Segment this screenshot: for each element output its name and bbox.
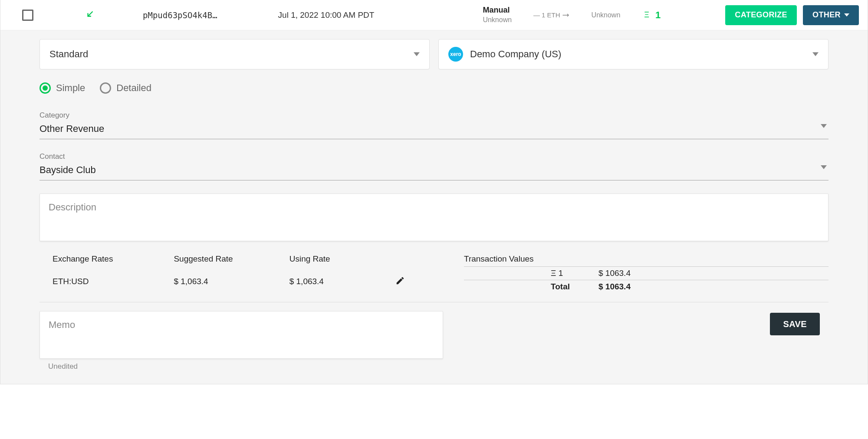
company-select[interactable]: xero Demo Company (US) xyxy=(438,39,829,69)
chevron-down-icon xyxy=(821,165,827,169)
transaction-row: pMpud63pSO4k4B… Jul 1, 2022 10:00 AM PDT… xyxy=(0,0,868,30)
suggested-rate: $ 1,063.4 xyxy=(174,277,233,286)
template-select[interactable]: Standard xyxy=(39,39,430,69)
select-checkbox[interactable] xyxy=(22,10,33,21)
incoming-arrow-icon xyxy=(85,9,95,21)
template-value: Standard xyxy=(49,49,88,60)
category-field[interactable]: Category Other Revenue xyxy=(39,111,829,139)
exchange-rates-header: Exchange Rates xyxy=(53,254,113,264)
using-rate: $ 1,063.4 xyxy=(289,277,330,286)
transaction-edit-page: pMpud63pSO4k4B… Jul 1, 2022 10:00 AM PDT… xyxy=(0,0,868,384)
amount-value: 1 xyxy=(655,10,661,21)
xero-logo-icon: xero xyxy=(448,47,463,62)
divider xyxy=(39,302,829,302)
transfer-amount: — 1 ETH xyxy=(533,11,570,19)
eth-symbol-icon: Ξ xyxy=(644,10,649,20)
transaction-date: Jul 1, 2022 10:00 AM PDT xyxy=(278,10,375,20)
radio-simple[interactable]: Simple xyxy=(39,82,85,94)
counterparty: Unknown xyxy=(592,11,621,19)
unedited-label: Unedited xyxy=(48,362,859,371)
txvalue-total-value: $ 1063.4 xyxy=(598,282,829,292)
contact-value: Bayside Club xyxy=(39,164,96,175)
company-value: Demo Company (US) xyxy=(470,49,561,60)
transaction-values: Transaction Values Ξ 1 $ 1063.4 Total $ … xyxy=(464,254,829,293)
category-label: Category xyxy=(39,111,829,120)
chevron-down-icon xyxy=(414,52,420,56)
transfer-qty: 1 ETH xyxy=(542,11,560,19)
edit-rate-button[interactable] xyxy=(395,276,405,293)
transaction-hash[interactable]: pMpud63pSO4k4B… xyxy=(143,10,217,20)
rate-pair: ETH:USD xyxy=(53,277,113,286)
using-rate-header: Using Rate xyxy=(289,254,330,264)
txvalue-total-label: Total xyxy=(464,282,598,292)
other-button[interactable]: OTHER xyxy=(803,5,859,25)
txvalues-title: Transaction Values xyxy=(464,254,829,264)
categorize-button[interactable]: CATEGORIZE xyxy=(725,5,797,25)
contact-label: Contact xyxy=(39,152,829,161)
chevron-down-icon xyxy=(844,13,849,16)
category-value: Other Revenue xyxy=(39,123,104,134)
amount-display: Ξ 1 xyxy=(644,10,661,21)
memo-placeholder: Memo xyxy=(49,319,75,330)
suggested-rate-header: Suggested Rate xyxy=(174,254,233,264)
transaction-source: Manual Unknown xyxy=(483,5,512,24)
memo-input[interactable]: Memo xyxy=(39,311,443,359)
chevron-down-icon xyxy=(812,52,819,56)
description-placeholder: Description xyxy=(49,202,96,213)
source-primary: Manual xyxy=(483,5,512,15)
chevron-down-icon xyxy=(821,124,827,128)
contact-field[interactable]: Contact Bayside Club xyxy=(39,152,829,180)
save-button[interactable]: SAVE xyxy=(770,313,820,335)
view-mode-toggle: Simple Detailed xyxy=(39,82,829,94)
source-secondary: Unknown xyxy=(483,16,512,25)
pencil-icon xyxy=(395,276,405,285)
txvalue-line-symbol: Ξ 1 xyxy=(464,269,598,278)
edit-panel: Standard xero Demo Company (US) Simple D… xyxy=(0,30,868,384)
radio-detailed[interactable]: Detailed xyxy=(100,82,151,94)
rates-section: Exchange Rates ETH:USD Suggested Rate $ … xyxy=(53,254,829,293)
description-input[interactable]: Description xyxy=(39,193,829,241)
txvalue-line-value: $ 1063.4 xyxy=(598,269,829,278)
